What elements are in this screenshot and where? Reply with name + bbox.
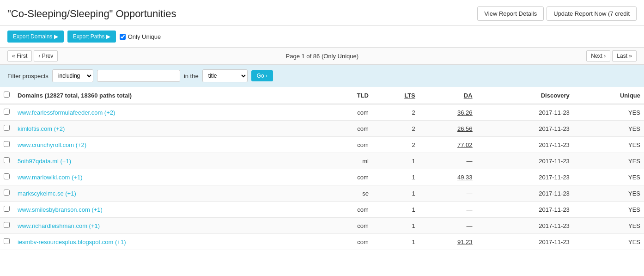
- row-checkbox[interactable]: [4, 238, 10, 244]
- row-checkbox[interactable]: [4, 109, 10, 115]
- table-row: markscykelmc.se (+1)se1—2017-11-23YES: [0, 185, 644, 202]
- domain-link[interactable]: www.crunchyroll.com (+2): [18, 141, 86, 148]
- da-cell: —: [419, 185, 476, 202]
- domain-cell: www.fearlessformulafeeder.com (+2): [14, 104, 324, 121]
- domain-link[interactable]: www.fearlessformulafeeder.com (+2): [18, 109, 115, 116]
- discovery-cell: 2017-11-23: [476, 153, 573, 169]
- discovery-cell: 2017-11-23: [476, 104, 573, 121]
- domain-link[interactable]: iesmbv-resourcesplus.blogspot.com (+1): [18, 239, 126, 245]
- unique-cell: YES: [573, 218, 644, 234]
- domain-cell: www.smilesbybranson.com (+1): [14, 202, 324, 218]
- next-button[interactable]: Next ›: [586, 50, 610, 61]
- header-buttons: View Report Details Update Report Now (7…: [477, 6, 637, 21]
- update-report-button[interactable]: Update Report Now (7 credit: [547, 6, 637, 21]
- unique-cell: YES: [573, 104, 644, 121]
- unique-cell: YES: [573, 202, 644, 218]
- tld-cell: com: [324, 202, 372, 218]
- domain-cell: 5oih97qdata.ml (+1): [14, 153, 324, 169]
- lts-cell: 1: [372, 234, 419, 250]
- lts-cell: 2: [372, 104, 419, 121]
- lts-cell: 1: [372, 185, 419, 202]
- domain-cell: markscykelmc.se (+1): [14, 185, 324, 202]
- last-button[interactable]: Last »: [612, 50, 637, 61]
- domain-cell: www.mariowiki.com (+1): [14, 169, 324, 185]
- lts-cell: 2: [372, 137, 419, 153]
- header-domains: Domains (12827 total, 18360 paths total): [14, 87, 324, 104]
- domain-link[interactable]: www.smilesbybranson.com (+1): [18, 206, 103, 213]
- filter-including-select[interactable]: including excluding: [52, 69, 93, 82]
- row-checkbox[interactable]: [4, 190, 10, 196]
- prev-button[interactable]: ‹ Prev: [34, 50, 58, 61]
- filter-label: Filter prospects: [7, 73, 49, 80]
- select-all-checkbox[interactable]: [4, 92, 10, 98]
- discovery-cell: 2017-11-23: [476, 218, 573, 234]
- domain-cell: www.crunchyroll.com (+2): [14, 137, 324, 153]
- view-report-button[interactable]: View Report Details: [477, 6, 544, 21]
- domain-link[interactable]: kimloftis.com (+2): [18, 125, 65, 132]
- da-cell[interactable]: 26.56: [419, 121, 476, 137]
- lts-cell: 2: [372, 121, 419, 137]
- pagination-left: « First ‹ Prev: [7, 50, 58, 61]
- page-info: Page 1 of 86 (Only Unique): [286, 53, 359, 60]
- header-lts[interactable]: LTS: [372, 87, 419, 104]
- domain-cell: www.richardleishman.com (+1): [14, 218, 324, 234]
- table-row: www.richardleishman.com (+1)com1—2017-11…: [0, 218, 644, 234]
- page-title: "Co-Sleeping/Sleeping" Opportunities: [7, 8, 176, 20]
- first-button[interactable]: « First: [7, 50, 32, 61]
- row-checkbox[interactable]: [4, 125, 10, 131]
- unique-cell: YES: [573, 234, 644, 250]
- discovery-cell: 2017-11-23: [476, 121, 573, 137]
- tld-cell: com: [324, 137, 372, 153]
- da-cell: —: [419, 218, 476, 234]
- in-the-label: in the: [184, 73, 199, 80]
- table-row: www.mariowiki.com (+1)com149.332017-11-2…: [0, 169, 644, 185]
- go-button[interactable]: Go ›: [251, 70, 273, 81]
- top-header: "Co-Sleeping/Sleeping" Opportunities Vie…: [0, 0, 644, 26]
- row-checkbox[interactable]: [4, 222, 10, 228]
- unique-cell: YES: [573, 121, 644, 137]
- domain-link[interactable]: www.richardleishman.com (+1): [18, 222, 100, 229]
- da-cell[interactable]: 36.26: [419, 104, 476, 121]
- only-unique-label[interactable]: Only Unique: [120, 33, 161, 40]
- toolbar: Export Domains ▶ Export Paths ▶ Only Uni…: [0, 26, 644, 47]
- domain-cell: iesmbv-resourcesplus.blogspot.com (+1): [14, 234, 324, 250]
- export-domains-button[interactable]: Export Domains ▶: [7, 31, 64, 43]
- filter-text-input[interactable]: [97, 70, 180, 82]
- discovery-cell: 2017-11-23: [476, 234, 573, 250]
- lts-cell: 1: [372, 218, 419, 234]
- table-row: iesmbv-resourcesplus.blogspot.com (+1)co…: [0, 234, 644, 250]
- tld-cell: com: [324, 218, 372, 234]
- discovery-cell: 2017-11-23: [476, 185, 573, 202]
- header-unique: Unique: [573, 87, 644, 104]
- pagination-right: Next › Last »: [586, 50, 637, 61]
- tld-cell: com: [324, 234, 372, 250]
- table-row: www.smilesbybranson.com (+1)com1—2017-11…: [0, 202, 644, 218]
- tld-cell: com: [324, 104, 372, 121]
- header-da[interactable]: DA: [419, 87, 476, 104]
- da-cell: —: [419, 202, 476, 218]
- da-cell[interactable]: 77.02: [419, 137, 476, 153]
- domain-link[interactable]: www.mariowiki.com (+1): [18, 174, 83, 181]
- table-header-row: Domains (12827 total, 18360 paths total)…: [0, 87, 644, 104]
- row-checkbox[interactable]: [4, 141, 10, 147]
- da-cell[interactable]: 91.23: [419, 234, 476, 250]
- unique-cell: YES: [573, 185, 644, 202]
- tld-cell: com: [324, 169, 372, 185]
- domain-cell: kimloftis.com (+2): [14, 121, 324, 137]
- row-checkbox[interactable]: [4, 157, 10, 163]
- domain-link[interactable]: 5oih97qdata.ml (+1): [18, 158, 71, 165]
- discovery-cell: 2017-11-23: [476, 137, 573, 153]
- export-paths-button[interactable]: Export Paths ▶: [67, 31, 116, 43]
- row-checkbox[interactable]: [4, 206, 10, 212]
- row-checkbox[interactable]: [4, 173, 10, 179]
- discovery-cell: 2017-11-23: [476, 202, 573, 218]
- domain-link[interactable]: markscykelmc.se (+1): [18, 190, 76, 197]
- filter-bar: Filter prospects including excluding in …: [0, 65, 644, 87]
- only-unique-checkbox[interactable]: [120, 34, 126, 40]
- discovery-cell: 2017-11-23: [476, 169, 573, 185]
- da-cell[interactable]: 49.33: [419, 169, 476, 185]
- da-cell: —: [419, 153, 476, 169]
- unique-cell: YES: [573, 169, 644, 185]
- filter-field-select[interactable]: title url anchor text: [202, 69, 248, 82]
- lts-cell: 1: [372, 169, 419, 185]
